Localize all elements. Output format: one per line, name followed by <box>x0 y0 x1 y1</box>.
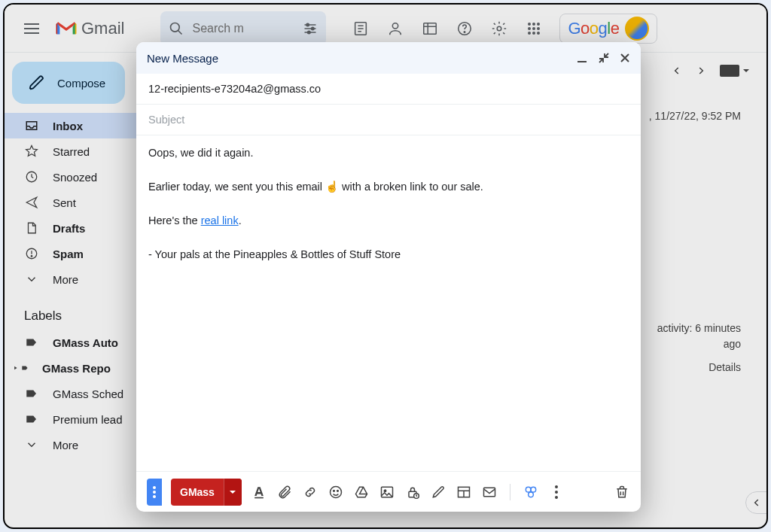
image-icon[interactable] <box>379 484 395 500</box>
svg-point-15 <box>537 27 540 30</box>
gmail-logo[interactable]: Gmail <box>56 19 124 38</box>
spam-icon <box>24 246 39 261</box>
avatar[interactable] <box>625 17 649 41</box>
svg-point-10 <box>528 23 531 26</box>
search-options-icon[interactable] <box>302 20 318 37</box>
header-extension-icons <box>346 14 549 44</box>
svg-point-18 <box>537 32 540 35</box>
svg-point-23 <box>153 486 156 489</box>
search-bar[interactable] <box>160 11 326 46</box>
svg-point-39 <box>555 485 558 488</box>
details-link[interactable]: Details <box>709 361 741 373</box>
compose-button[interactable]: Compose <box>12 62 125 104</box>
real-link[interactable]: real link <box>201 214 239 226</box>
minimize-icon[interactable] <box>577 53 588 63</box>
discard-icon[interactable] <box>614 484 630 500</box>
compose-title: New Message <box>147 52 218 65</box>
divider <box>510 484 510 500</box>
gmass-menu-button[interactable] <box>147 479 162 506</box>
drive-icon[interactable] <box>353 484 370 500</box>
gmail-wordmark: Gmail <box>81 19 124 38</box>
help-icon[interactable] <box>449 14 480 44</box>
subject-field[interactable] <box>136 105 641 135</box>
tracking-icon[interactable] <box>481 484 498 500</box>
svg-point-17 <box>532 32 535 35</box>
input-tools[interactable] <box>720 65 750 77</box>
emoji-icon[interactable] <box>328 484 344 500</box>
keyboard-icon <box>720 65 739 77</box>
chevron-down-icon <box>24 437 39 452</box>
svg-point-25 <box>153 495 156 498</box>
compose-header[interactable]: New Message <box>136 42 641 74</box>
gmass-settings-icon[interactable] <box>523 484 539 500</box>
svg-point-28 <box>334 490 335 491</box>
svg-point-37 <box>531 487 536 492</box>
svg-point-12 <box>537 23 540 26</box>
svg-rect-6 <box>424 23 437 34</box>
svg-rect-35 <box>483 488 495 497</box>
svg-point-13 <box>528 27 531 30</box>
template-icon[interactable] <box>456 484 472 500</box>
to-field[interactable]: 12-recipients-e73204a2@gmass.co <box>136 74 641 105</box>
svg-point-1 <box>306 23 309 26</box>
search-input[interactable] <box>192 22 252 35</box>
svg-point-41 <box>555 496 558 499</box>
svg-point-31 <box>384 490 386 492</box>
svg-point-2 <box>312 27 314 29</box>
svg-point-21 <box>31 256 32 257</box>
ext-icon-3[interactable] <box>415 14 445 44</box>
svg-point-40 <box>555 491 558 494</box>
point-up-emoji: ☝️ <box>325 181 339 193</box>
ext-icon-1[interactable] <box>346 14 376 44</box>
svg-point-3 <box>308 31 310 33</box>
format-icon[interactable] <box>251 484 267 500</box>
side-panel-toggle[interactable] <box>745 491 768 514</box>
account-activity: activity: 6 minutesago <box>657 321 741 352</box>
gmass-send-button[interactable]: GMass <box>171 479 242 506</box>
svg-point-9 <box>498 26 502 31</box>
ext-icon-2[interactable] <box>380 14 410 44</box>
label-icon <box>24 335 39 350</box>
gmass-dropdown-icon[interactable] <box>224 479 242 506</box>
attach-icon[interactable] <box>276 484 293 500</box>
compose-label: Compose <box>57 77 105 90</box>
svg-point-14 <box>532 27 535 30</box>
list-controls <box>672 65 750 77</box>
close-icon[interactable] <box>620 53 630 63</box>
link-icon[interactable] <box>302 484 318 500</box>
compose-window: New Message 12-recipients-e73204a2@gmass… <box>136 42 641 512</box>
label-icon <box>24 386 39 401</box>
confidential-icon[interactable] <box>404 484 421 500</box>
google-wordmark: Google <box>568 19 619 38</box>
subject-input[interactable] <box>148 114 629 126</box>
label-icon <box>24 412 39 427</box>
svg-point-8 <box>465 31 465 32</box>
message-timestamp: , 11/27/22, 9:52 PM <box>649 110 741 122</box>
send-icon <box>24 195 39 210</box>
search-icon <box>168 20 184 37</box>
google-account-chip[interactable]: Google <box>559 14 657 44</box>
more-options-icon[interactable] <box>548 484 565 500</box>
settings-icon[interactable] <box>484 14 514 44</box>
compose-toolbar: GMass <box>136 471 641 512</box>
svg-point-16 <box>528 32 531 35</box>
fullscreen-exit-icon[interactable] <box>599 53 609 63</box>
inbox-icon <box>24 118 39 133</box>
clock-icon <box>24 169 39 184</box>
apps-icon[interactable] <box>519 14 549 44</box>
svg-point-38 <box>529 492 534 497</box>
svg-point-11 <box>532 23 535 26</box>
svg-point-36 <box>526 487 531 492</box>
svg-point-5 <box>393 23 398 28</box>
signature-icon[interactable] <box>430 484 446 500</box>
svg-point-29 <box>337 490 339 491</box>
chevron-right-icon[interactable] <box>696 65 706 76</box>
svg-point-24 <box>153 491 156 494</box>
chevron-left-icon[interactable] <box>672 65 682 76</box>
svg-point-27 <box>330 486 341 497</box>
message-body[interactable]: Oops, we did it again. Earlier today, we… <box>136 135 641 471</box>
svg-rect-26 <box>254 497 264 498</box>
svg-point-0 <box>171 23 180 32</box>
star-icon <box>24 144 39 159</box>
menu-icon[interactable] <box>14 11 50 47</box>
